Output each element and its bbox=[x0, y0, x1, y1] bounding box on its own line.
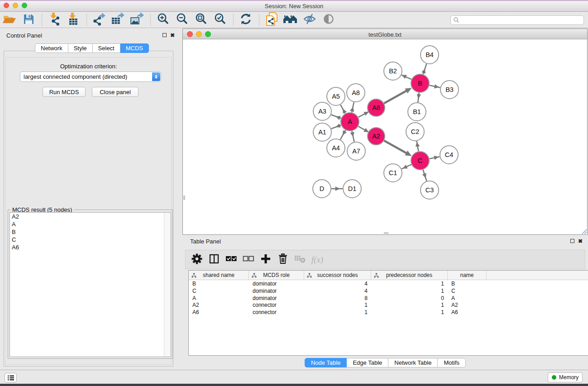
select-all-button[interactable] bbox=[223, 252, 240, 268]
column-header-shared-name[interactable]: shared name bbox=[189, 271, 249, 280]
memory-button[interactable]: Memory bbox=[548, 372, 583, 382]
export-table-button[interactable] bbox=[110, 13, 126, 27]
edge-C-C1[interactable] bbox=[402, 165, 411, 169]
hide-graphics-button[interactable] bbox=[302, 13, 317, 27]
tab-network-table[interactable]: Network Table bbox=[388, 358, 438, 367]
edge-A2-C[interactable] bbox=[384, 141, 411, 156]
gear-button[interactable] bbox=[188, 252, 206, 268]
deselect-all-button[interactable] bbox=[240, 252, 257, 268]
edge-B-B1[interactable] bbox=[417, 93, 421, 102]
mcds-result-item[interactable]: B bbox=[10, 228, 171, 236]
graph-node-A5[interactable]: A5 bbox=[327, 87, 345, 105]
table-row[interactable]: Adominator80A bbox=[189, 295, 588, 302]
task-history-button[interactable] bbox=[5, 373, 17, 382]
edge-C-C4[interactable] bbox=[430, 156, 440, 160]
tab-mcds[interactable]: MCDS bbox=[120, 43, 149, 53]
graph-node-C4[interactable]: C4 bbox=[440, 146, 458, 164]
edge-A-A3[interactable] bbox=[331, 114, 341, 120]
refresh-button[interactable] bbox=[238, 13, 253, 27]
edge-A-A2[interactable] bbox=[358, 126, 368, 132]
graph-node-D[interactable]: D bbox=[313, 180, 331, 198]
table-row[interactable]: Bdominator41B bbox=[189, 281, 588, 288]
tab-edge-table[interactable]: Edge Table bbox=[347, 358, 388, 367]
home-button[interactable] bbox=[283, 13, 298, 27]
graph-node-C3[interactable]: C3 bbox=[421, 181, 439, 199]
mcds-result-item[interactable]: C bbox=[10, 236, 171, 243]
edge-A-A1[interactable] bbox=[331, 124, 341, 129]
tab-node-table[interactable]: Node Table bbox=[305, 358, 347, 367]
graph-node-B4[interactable]: B4 bbox=[421, 46, 439, 64]
graph-node-B[interactable]: B bbox=[411, 74, 429, 92]
column-header-name[interactable]: name bbox=[448, 271, 487, 280]
edge-A6-B[interactable] bbox=[384, 88, 411, 103]
network-graph-canvas[interactable]: B4B2BB3A5A8A6A3B1AA1C2A2A4A7C4CC1C3DD1 bbox=[183, 40, 587, 234]
import-table-button[interactable] bbox=[66, 13, 81, 27]
graph-node-C1[interactable]: C1 bbox=[384, 164, 402, 182]
close-panel-button[interactable]: Close panel bbox=[92, 87, 139, 97]
tab-motifs[interactable]: Motifs bbox=[438, 358, 466, 367]
list-scrollbar[interactable] bbox=[164, 213, 171, 357]
column-header-successor-nodes[interactable]: successor nodes bbox=[304, 271, 371, 280]
mcds-result-item[interactable]: A6 bbox=[10, 243, 171, 251]
edge-A-A4[interactable] bbox=[340, 130, 347, 140]
float-panel-icon[interactable] bbox=[163, 33, 167, 37]
table-row[interactable]: A6connector11A6 bbox=[189, 309, 588, 316]
delete-column-button[interactable] bbox=[274, 252, 292, 268]
clone-network-button[interactable] bbox=[264, 13, 279, 27]
network-window-titlebar[interactable]: testGlobe.txt bbox=[183, 29, 587, 39]
add-column-button[interactable] bbox=[257, 252, 274, 268]
search-input[interactable] bbox=[450, 15, 584, 25]
window-left-grip[interactable] bbox=[183, 195, 185, 200]
edge-C-C3[interactable] bbox=[422, 170, 427, 181]
graph-node-D1[interactable]: D1 bbox=[343, 180, 361, 198]
edge-B-B3[interactable] bbox=[430, 84, 440, 88]
export-network-button[interactable] bbox=[91, 13, 107, 27]
mcds-result-item[interactable]: A2 bbox=[10, 213, 171, 220]
table-float-icon[interactable] bbox=[570, 239, 574, 243]
close-panel-icon[interactable]: ✖ bbox=[170, 32, 175, 38]
tab-style[interactable]: Style bbox=[68, 43, 93, 53]
edge-B-B2[interactable] bbox=[402, 75, 411, 80]
edge-A-A5[interactable] bbox=[340, 105, 347, 114]
edge-A-A8[interactable] bbox=[350, 102, 354, 113]
table-row[interactable]: Cdominator41C bbox=[189, 288, 588, 295]
graph-node-B2[interactable]: B2 bbox=[384, 62, 402, 80]
graph-node-A2[interactable]: A2 bbox=[368, 128, 385, 145]
zoom-fit-button[interactable] bbox=[193, 13, 209, 27]
run-mcds-button[interactable]: Run MCDS bbox=[43, 87, 86, 97]
table-row[interactable]: A2connector11A2 bbox=[189, 302, 588, 309]
mcds-result-list[interactable]: A2ABCA6 bbox=[10, 212, 171, 357]
function-builder-button[interactable]: f(x) bbox=[309, 252, 326, 268]
graph-node-B1[interactable]: B1 bbox=[408, 103, 426, 121]
edge-C-C2[interactable] bbox=[416, 141, 420, 152]
edge-A-A6[interactable] bbox=[359, 112, 369, 117]
save-session-button[interactable] bbox=[21, 13, 36, 27]
column-header-predecessor-nodes[interactable]: predecessor nodes bbox=[371, 271, 448, 280]
import-network-button[interactable] bbox=[47, 13, 62, 27]
delete-table-button[interactable] bbox=[292, 252, 309, 268]
graph-node-A1[interactable]: A1 bbox=[313, 123, 331, 141]
graph-node-A7[interactable]: A7 bbox=[347, 142, 365, 160]
resize-corner-icon[interactable] bbox=[580, 228, 587, 234]
split-columns-button[interactable] bbox=[206, 252, 223, 268]
graph-node-A4[interactable]: A4 bbox=[327, 139, 345, 157]
open-file-button[interactable] bbox=[2, 13, 17, 27]
edge-A-A7[interactable] bbox=[350, 131, 354, 142]
tab-network[interactable]: Network bbox=[35, 43, 68, 53]
graph-node-B3[interactable]: B3 bbox=[440, 81, 459, 99]
zoom-selected-button[interactable] bbox=[212, 13, 228, 27]
graph-node-A[interactable]: A bbox=[341, 113, 359, 131]
column-header-MCDS-role[interactable]: MCDS role bbox=[249, 271, 304, 280]
criterion-dropdown[interactable]: largest connected component (directed) bbox=[20, 71, 161, 82]
graph-node-C[interactable]: C bbox=[411, 152, 429, 170]
zoom-in-button[interactable] bbox=[155, 13, 171, 27]
show-graphics-button[interactable] bbox=[321, 13, 336, 27]
tab-select[interactable]: Select bbox=[93, 43, 120, 53]
edge-B-B4[interactable] bbox=[421, 64, 426, 74]
graph-node-A3[interactable]: A3 bbox=[313, 102, 331, 120]
edge-D-D1[interactable] bbox=[331, 186, 343, 191]
dropdown-stepper-icon[interactable] bbox=[152, 72, 160, 81]
graph-node-C2[interactable]: C2 bbox=[406, 123, 424, 141]
zoom-out-button[interactable] bbox=[174, 13, 190, 27]
table-close-icon[interactable]: ✖ bbox=[578, 238, 583, 244]
